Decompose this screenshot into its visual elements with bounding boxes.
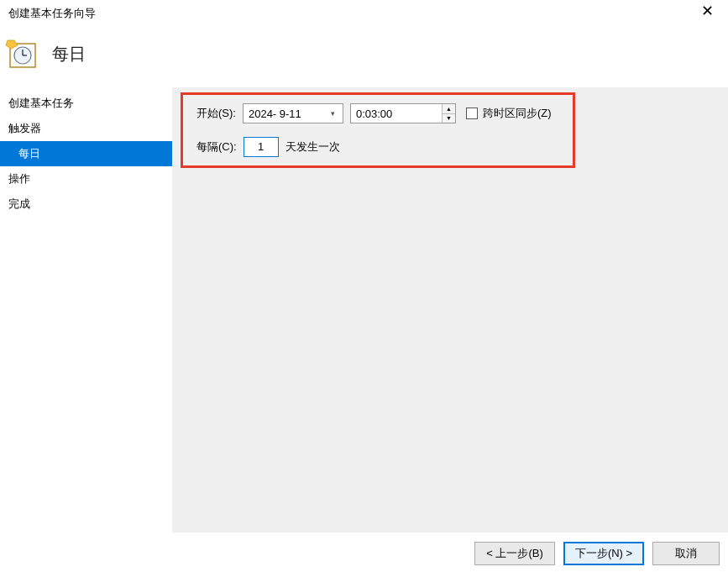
interval-input[interactable]: 1 [244, 137, 279, 157]
interval-row: 每隔(C): 1 天发生一次 [196, 137, 559, 157]
content-panel: 开始(S): 2024- 9-11 ▾ 0:03:00 ▲ ▼ 跨时区同步(Z) [172, 87, 728, 533]
next-button[interactable]: 下一步(N) > [563, 542, 644, 565]
close-icon[interactable]: ✕ [694, 3, 720, 24]
sidebar-item-finish[interactable]: 完成 [0, 192, 172, 217]
sync-timezone-checkbox-wrap[interactable]: 跨时区同步(Z) [466, 106, 552, 121]
back-button[interactable]: < 上一步(B) [474, 542, 555, 565]
interval-label: 每隔(C): [196, 139, 237, 155]
window-title: 创建基本任务向导 [8, 6, 96, 21]
sidebar: 创建基本任务 触发器 每日 操作 完成 [0, 87, 172, 533]
sidebar-item-label: 完成 [8, 197, 30, 210]
spinner-up-icon[interactable]: ▲ [443, 104, 455, 114]
highlight-box: 开始(S): 2024- 9-11 ▾ 0:03:00 ▲ ▼ 跨时区同步(Z) [181, 92, 575, 168]
sidebar-item-label: 创建基本任务 [8, 97, 74, 109]
start-row: 开始(S): 2024- 9-11 ▾ 0:03:00 ▲ ▼ 跨时区同步(Z) [196, 103, 559, 123]
time-spinner: ▲ ▼ [442, 104, 455, 123]
start-label: 开始(S): [196, 106, 236, 121]
body: 创建基本任务 触发器 每日 操作 完成 开始(S): 2024- 9-11 ▾ … [0, 87, 728, 533]
interval-suffix: 天发生一次 [285, 139, 340, 155]
start-date-value: 2024- 9-11 [247, 108, 327, 120]
start-time-value: 0:03:00 [354, 108, 440, 120]
sidebar-item-label: 每日 [18, 147, 40, 160]
cancel-button[interactable]: 取消 [652, 542, 720, 565]
sidebar-item-label: 触发器 [8, 122, 41, 134]
button-bar: < 上一步(B) 下一步(N) > 取消 [474, 542, 720, 565]
sync-timezone-checkbox[interactable] [466, 108, 478, 119]
start-time-input[interactable]: 0:03:00 ▲ ▼ [350, 103, 456, 123]
sidebar-item-label: 操作 [8, 172, 30, 185]
sidebar-item-action[interactable]: 操作 [0, 166, 172, 192]
sidebar-item-create-basic-task[interactable]: 创建基本任务 [0, 91, 172, 116]
page-header: 每日 [0, 25, 728, 87]
clock-icon [5, 37, 39, 71]
start-date-input[interactable]: 2024- 9-11 ▾ [243, 103, 343, 123]
sidebar-item-trigger[interactable]: 触发器 [0, 116, 172, 141]
spinner-down-icon[interactable]: ▼ [443, 114, 455, 123]
page-title: 每日 [52, 43, 86, 66]
chevron-down-icon[interactable]: ▾ [327, 109, 339, 118]
titlebar: 创建基本任务向导 ✕ [0, 0, 728, 25]
sidebar-item-daily[interactable]: 每日 [0, 141, 172, 166]
sync-timezone-label: 跨时区同步(Z) [483, 106, 552, 121]
